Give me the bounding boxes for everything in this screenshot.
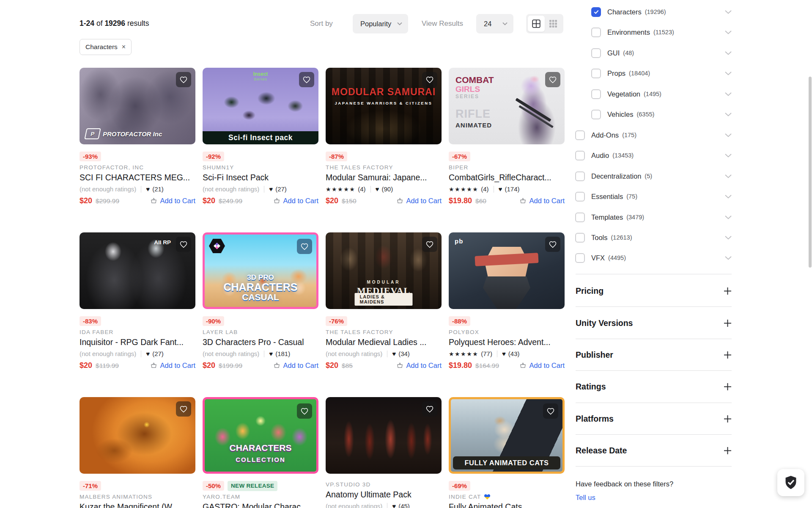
product-title[interactable]: Fully Animated Cats bbox=[449, 502, 565, 508]
product-title[interactable]: SCI FI CHARACTERS MEG... bbox=[80, 173, 195, 182]
publisher-name[interactable]: VP.STUDIO 3D bbox=[326, 481, 442, 488]
sort-dropdown[interactable]: Popularity bbox=[353, 14, 408, 33]
checkbox[interactable] bbox=[575, 192, 585, 202]
filter-section-ratings[interactable]: Ratings bbox=[576, 376, 732, 397]
checkbox[interactable] bbox=[591, 69, 601, 78]
chevron-down-icon[interactable] bbox=[725, 174, 732, 178]
checkbox[interactable] bbox=[591, 48, 601, 58]
add-to-cart-button[interactable]: Add to Cart bbox=[396, 362, 442, 370]
checkbox[interactable] bbox=[575, 171, 585, 181]
page-size-dropdown[interactable]: 24 bbox=[476, 14, 513, 33]
filter-section-platforms[interactable]: Platforms bbox=[576, 409, 732, 429]
active-filter-chip-characters[interactable]: Characters × bbox=[80, 39, 132, 55]
product-thumbnail[interactable]: COMBAT GIRLS SERIES RIFLE ANIMATED bbox=[449, 68, 565, 144]
sidebar-item-characters[interactable]: Characters(19296) bbox=[591, 2, 732, 22]
wishlist-heart-button[interactable] bbox=[297, 239, 312, 254]
checkbox[interactable] bbox=[575, 253, 585, 263]
sidebar-item-gui[interactable]: GUI(48) bbox=[591, 43, 732, 63]
product-thumbnail[interactable]: CHARACTERS COLLECTION bbox=[203, 397, 318, 474]
checkbox[interactable] bbox=[575, 213, 585, 222]
publisher-name[interactable]: LAYER LAB bbox=[203, 329, 318, 335]
wishlist-heart-button[interactable] bbox=[545, 72, 560, 87]
publisher-name[interactable]: IDA FABER bbox=[80, 329, 195, 335]
sidebar-item-tools[interactable]: Tools(12613) bbox=[575, 227, 732, 248]
chevron-down-icon[interactable] bbox=[725, 10, 732, 14]
chevron-down-icon[interactable] bbox=[725, 51, 732, 55]
product-thumbnail[interactable]: MODULAR MEDIEVAL LADIES & MAIDENS bbox=[326, 232, 442, 309]
product-title[interactable]: Inquisitor - RPG Dark Fant... bbox=[80, 337, 195, 347]
product-thumbnail[interactable]: MODULAR SAMURAI JAPANESE WARRIORS & CITI… bbox=[326, 68, 442, 144]
grid-view-small-button[interactable] bbox=[545, 16, 562, 32]
wishlist-heart-button[interactable] bbox=[422, 72, 437, 87]
product-title[interactable]: Modular Samurai: Japane... bbox=[326, 173, 442, 182]
product-title[interactable]: Sci-Fi Insect Pack bbox=[203, 173, 318, 182]
add-to-cart-button[interactable]: Add to Cart bbox=[273, 362, 318, 370]
product-thumbnail[interactable] bbox=[80, 397, 195, 474]
checkbox[interactable] bbox=[575, 233, 585, 243]
publisher-name[interactable]: THE TALES FACTORY bbox=[326, 329, 442, 335]
chevron-down-icon[interactable] bbox=[725, 133, 732, 137]
privacy-trust-button[interactable] bbox=[777, 469, 804, 496]
wishlist-heart-button[interactable] bbox=[176, 237, 191, 252]
sidebar-item-audio[interactable]: Audio(13453) bbox=[575, 145, 732, 166]
sidebar-item-vegetation[interactable]: Vegetation(1495) bbox=[591, 84, 732, 104]
add-to-cart-button[interactable]: Add to Cart bbox=[519, 362, 565, 370]
product-title[interactable]: Polyquest Heroes: Advent... bbox=[449, 337, 565, 347]
wishlist-heart-button[interactable] bbox=[422, 401, 437, 417]
product-title[interactable]: CombatGirls_RifleCharact... bbox=[449, 173, 565, 182]
sidebar-item-vehicles[interactable]: Vehicles(6355) bbox=[591, 104, 732, 124]
scrollbar-thumb[interactable] bbox=[809, 77, 812, 268]
product-title[interactable]: Anatomy Ultimate Pack bbox=[326, 490, 442, 500]
add-to-cart-button[interactable]: Add to Cart bbox=[150, 362, 195, 370]
publisher-name[interactable]: POLYBOX bbox=[449, 329, 565, 335]
product-thumbnail[interactable]: 3D PRO CHARACTERS CASUAL bbox=[203, 232, 318, 309]
product-thumbnail[interactable]: PPROTOFACTOR Inc bbox=[80, 68, 195, 144]
add-to-cart-button[interactable]: Add to Cart bbox=[519, 197, 565, 205]
publisher-name[interactable]: PROTOFACTOR, INC bbox=[80, 164, 195, 171]
publisher-name[interactable]: BIPER bbox=[449, 164, 565, 171]
product-thumbnail[interactable]: FULLY ANIMATED CATS bbox=[449, 397, 565, 474]
sidebar-item-add-ons[interactable]: Add-Ons(175) bbox=[575, 125, 732, 145]
chevron-down-icon[interactable] bbox=[725, 215, 732, 219]
sidebar-item-templates[interactable]: Templates(3479) bbox=[575, 207, 732, 227]
grid-view-large-button[interactable] bbox=[528, 16, 545, 32]
filter-section-publisher[interactable]: Publisher bbox=[576, 345, 732, 365]
sidebar-item-vfx[interactable]: VFX(4495) bbox=[575, 248, 732, 268]
chevron-down-icon[interactable] bbox=[725, 92, 732, 96]
remove-filter-icon[interactable]: × bbox=[122, 44, 126, 50]
chevron-down-icon[interactable] bbox=[725, 195, 732, 199]
sidebar-item-environments[interactable]: Environments(11523) bbox=[591, 22, 732, 42]
wishlist-heart-button[interactable] bbox=[297, 403, 312, 419]
wishlist-heart-button[interactable] bbox=[176, 72, 191, 87]
chevron-down-icon[interactable] bbox=[725, 256, 732, 260]
publisher-name[interactable]: YARO.TEAM bbox=[203, 494, 318, 500]
publisher-name[interactable]: SHUMN1Y bbox=[203, 164, 318, 171]
product-thumbnail[interactable]: All RP bbox=[80, 232, 195, 309]
wishlist-heart-button[interactable] bbox=[422, 237, 437, 252]
product-title[interactable]: GASTRO: Modular Charac... bbox=[203, 502, 318, 508]
sidebar-item-decentralization[interactable]: Decentralization(5) bbox=[575, 166, 732, 186]
publisher-name[interactable]: THE TALES FACTORY bbox=[326, 164, 442, 171]
wishlist-heart-button[interactable] bbox=[545, 237, 560, 252]
product-title[interactable]: 3D Characters Pro - Casual bbox=[203, 337, 318, 347]
checkbox[interactable] bbox=[591, 89, 601, 99]
publisher-name[interactable]: INDIE CAT bbox=[449, 494, 565, 500]
wishlist-heart-button[interactable] bbox=[299, 72, 314, 87]
product-thumbnail[interactable]: Insect Series Sci-fi Insect pack bbox=[203, 68, 318, 144]
wishlist-heart-button[interactable] bbox=[543, 403, 558, 419]
filter-section-unity-versions[interactable]: Unity Versions bbox=[576, 313, 732, 333]
checkbox[interactable] bbox=[591, 28, 601, 37]
publisher-name[interactable]: MALBERS ANIMATIONS bbox=[80, 494, 195, 500]
product-title[interactable]: Modular Medieval Ladies ... bbox=[326, 337, 442, 347]
wishlist-heart-button[interactable] bbox=[176, 401, 191, 417]
add-to-cart-button[interactable]: Add to Cart bbox=[150, 197, 195, 205]
filter-section-pricing[interactable]: Pricing bbox=[576, 281, 732, 301]
chevron-down-icon[interactable] bbox=[725, 30, 732, 34]
sidebar-item-props[interactable]: Props(18404) bbox=[591, 63, 732, 83]
sidebar-item-essentials[interactable]: Essentials(75) bbox=[575, 186, 732, 207]
product-title[interactable]: Kuzar the Magnificent (W... bbox=[80, 502, 195, 508]
add-to-cart-button[interactable]: Add to Cart bbox=[273, 197, 318, 205]
checkbox[interactable] bbox=[575, 130, 585, 140]
add-to-cart-button[interactable]: Add to Cart bbox=[396, 197, 442, 205]
product-thumbnail[interactable]: pb bbox=[449, 232, 565, 309]
